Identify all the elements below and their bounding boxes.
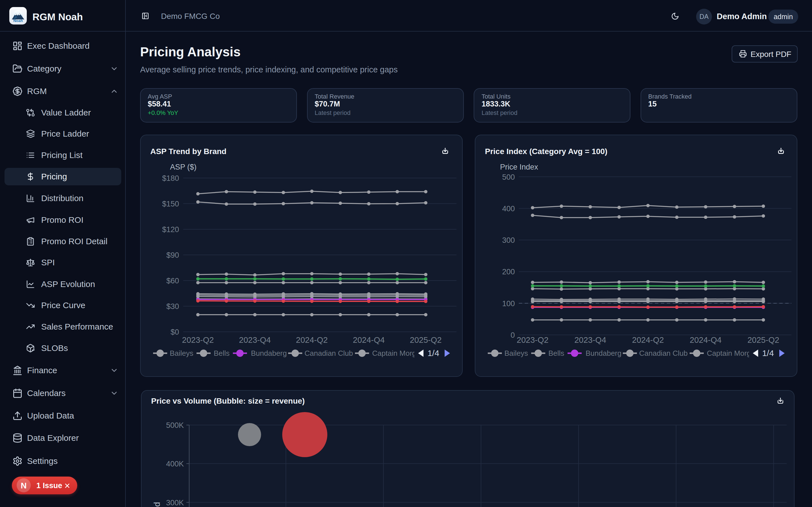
svg-text:500K: 500K xyxy=(166,421,184,430)
svg-text:200: 200 xyxy=(502,268,515,276)
svg-text:Units Sold: Units Sold xyxy=(152,502,161,507)
svg-text:$90: $90 xyxy=(166,251,179,260)
svg-text:Canadian Club: Canadian Club xyxy=(639,349,688,357)
svg-text:Bundaberg: Bundaberg xyxy=(251,349,287,357)
svg-text:Bells: Bells xyxy=(548,349,564,357)
svg-text:500: 500 xyxy=(502,173,515,181)
svg-text:ASP ($): ASP ($) xyxy=(170,163,197,171)
svg-text:Captain Morgan: Captain Morgan xyxy=(707,349,759,357)
svg-text:Canadian Club: Canadian Club xyxy=(305,349,353,357)
svg-text:$0: $0 xyxy=(170,328,179,336)
svg-text:2024-Q2: 2024-Q2 xyxy=(632,335,664,344)
svg-text:300: 300 xyxy=(502,236,515,244)
svg-text:$60: $60 xyxy=(166,277,179,285)
svg-text:1/4: 1/4 xyxy=(762,348,774,358)
svg-text:ASP Trend by Brand: ASP Trend by Brand xyxy=(150,147,226,156)
svg-text:Noah: Noah xyxy=(13,18,23,23)
svg-text:$30: $30 xyxy=(166,302,179,311)
svg-text:Captain Morgan: Captain Morgan xyxy=(372,349,424,357)
svg-text:Baileys: Baileys xyxy=(504,349,528,357)
svg-text:2023-Q2: 2023-Q2 xyxy=(182,335,214,344)
svg-text:400: 400 xyxy=(502,205,515,213)
svg-text:2023-Q2: 2023-Q2 xyxy=(517,335,549,344)
svg-text:1/4: 1/4 xyxy=(427,348,439,358)
svg-text:100: 100 xyxy=(502,299,515,308)
svg-text:$180: $180 xyxy=(162,174,179,182)
svg-text:2024-Q2: 2024-Q2 xyxy=(296,335,328,344)
svg-text:2024-Q4: 2024-Q4 xyxy=(690,335,721,344)
svg-text:Bundaberg: Bundaberg xyxy=(586,349,621,357)
svg-text:400K: 400K xyxy=(166,460,184,468)
svg-text:2023-Q4: 2023-Q4 xyxy=(239,335,271,344)
svg-text:300K: 300K xyxy=(166,499,184,507)
svg-text:Price vs Volume (Bubble: size: Price vs Volume (Bubble: size = revenue) xyxy=(151,397,305,405)
svg-text:2023-Q4: 2023-Q4 xyxy=(574,335,606,344)
svg-text:Price Index (Category Avg = 10: Price Index (Category Avg = 100) xyxy=(485,147,607,156)
svg-text:2025-Q2: 2025-Q2 xyxy=(748,335,779,344)
svg-text:Bells: Bells xyxy=(214,349,230,357)
svg-text:2025-Q2: 2025-Q2 xyxy=(410,335,442,344)
svg-text:2024-Q4: 2024-Q4 xyxy=(353,335,385,344)
svg-text:0: 0 xyxy=(511,331,515,339)
svg-text:Baileys: Baileys xyxy=(170,349,193,357)
svg-text:Price Index: Price Index xyxy=(500,163,538,171)
svg-text:$150: $150 xyxy=(162,200,179,208)
svg-text:$120: $120 xyxy=(162,225,179,234)
